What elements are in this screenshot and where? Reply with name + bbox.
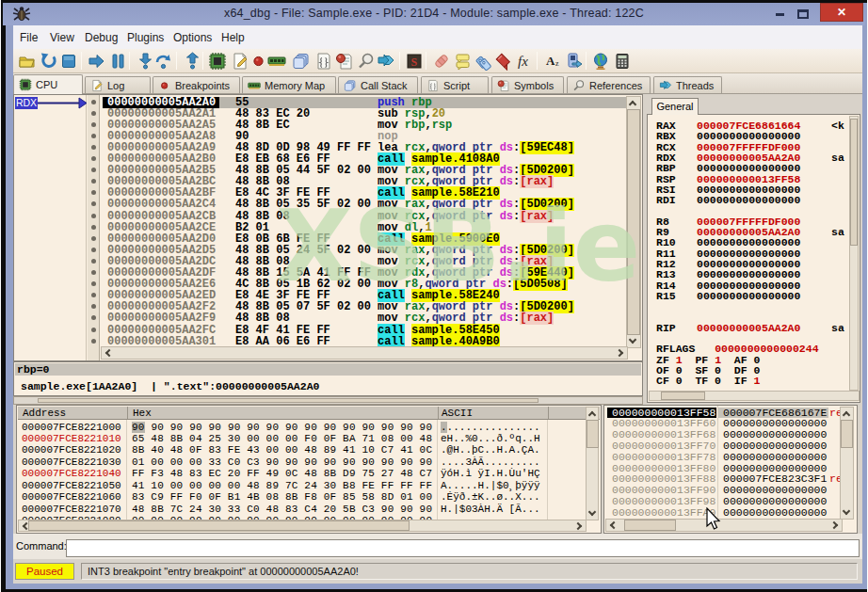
toolbar-shellcode-button[interactable]: S [405, 52, 424, 71]
breakpoint-dot[interactable] [91, 259, 96, 264]
scroll-down-button[interactable] [841, 506, 853, 519]
menu-options[interactable]: Options [173, 31, 212, 44]
dump-vscrollbar[interactable] [586, 407, 599, 520]
breakpoint-dot[interactable] [91, 225, 96, 230]
registers-pane[interactable]: RAX000007FCE6861664<kRBX0000000000000000… [647, 114, 860, 403]
breakpoint-dot[interactable] [91, 214, 96, 218]
toolbar-ascii-button[interactable]: Az [543, 52, 562, 71]
toolbar-log-button[interactable] [231, 52, 249, 71]
toolbar-cpu-chip-button[interactable] [208, 52, 227, 71]
toolbar-call-stack-button[interactable] [292, 52, 311, 71]
disasm-row[interactable]: 00000000005AA2CEB2 01mov dl,1 [101, 222, 628, 233]
breakpoint-column[interactable] [88, 95, 100, 360]
disasm-row[interactable]: 00000000005AA2C448 8B 05 35 5F 02 00mov … [101, 199, 628, 210]
stack-row[interactable]: 000000000013FF980000000000000000 [604, 496, 841, 507]
scroll-down-button[interactable] [587, 507, 599, 520]
dump-row[interactable]: 000007FCE822106083 C9 FF F0 0F B1 4B 08 … [17, 491, 586, 503]
toolbar-function-button[interactable]: fx [516, 52, 535, 71]
toolbar-restart-button[interactable] [40, 52, 58, 71]
menu-help[interactable]: Help [221, 31, 245, 44]
register-row-r11[interactable]: R110000000000000000 [656, 248, 850, 259]
disasm-row[interactable]: 00000000005AA2A055push rbp [101, 97, 628, 108]
disasm-row[interactable]: 00000000005AA2F948 8B 08mov rcx,qword pt… [101, 312, 628, 324]
breakpoint-dot[interactable] [91, 201, 96, 206]
stack-hscrollbar[interactable] [605, 519, 843, 532]
dump-hscrollbar[interactable] [18, 520, 587, 532]
scroll-thumb[interactable] [627, 109, 640, 335]
breakpoint-dot[interactable] [91, 304, 96, 309]
disassembly-pane[interactable]: 00000000005AA2A055push rbp00000000005AA2… [13, 94, 643, 361]
dump-row[interactable]: 000007FCE8221040FF F3 48 83 EC 20 FF 49 … [17, 468, 586, 479]
disasm-row[interactable]: 00000000005AA2CB48 8B 08mov rcx,qword pt… [101, 211, 628, 222]
scroll-left-button[interactable] [102, 347, 114, 359]
toolbar-run-button[interactable] [88, 52, 106, 71]
breakpoint-dot[interactable] [91, 179, 96, 184]
breakpoint-dot[interactable] [91, 328, 96, 332]
dump-row[interactable]: 000007FCE822101065 48 8B 04 25 30 00 00 … [17, 433, 586, 444]
toolbar-memory-map-button[interactable] [267, 52, 286, 71]
minimize-button[interactable] [776, 13, 784, 16]
tab-general[interactable]: General [651, 98, 699, 115]
toolbar-labels-button[interactable] [474, 52, 493, 71]
stack-row[interactable]: 000000000013FF700000000000000000 [604, 440, 841, 452]
tab-breakpoints[interactable]: Breakpoints [153, 76, 240, 94]
tab-call-stack[interactable]: Call Stack [338, 76, 418, 94]
register-row-rsp[interactable]: RSP000000000013FF58 [656, 174, 850, 184]
disasm-vscrollbar[interactable] [626, 96, 641, 348]
breakpoint-dot[interactable] [91, 134, 96, 138]
flags-row[interactable]: ZF 1 PF 1 AF 0 [656, 355, 850, 365]
breakpoint-dot[interactable] [91, 111, 96, 116]
command-input[interactable] [66, 539, 860, 557]
register-row-rflags[interactable]: RFLAGS 0000000000000244 [656, 344, 850, 354]
tab-references[interactable]: References [567, 76, 651, 94]
dump-rows[interactable]: 000007FCE822100090 90 90 90 90 90 90 90 … [17, 421, 586, 520]
scroll-thumb[interactable] [587, 420, 599, 448]
stack-row[interactable]: 000000000013FFA00000000000000000 [604, 507, 841, 519]
toolbar-patch-button[interactable] [432, 52, 451, 71]
register-row-r12[interactable]: R120000000000000000 [656, 259, 850, 269]
toolbar-attach-button[interactable] [565, 52, 584, 71]
tab-cpu[interactable]: CPU [13, 74, 83, 94]
toolbar-references-button[interactable] [377, 52, 395, 71]
close-button[interactable]: ✕ [820, 3, 863, 22]
menu-view[interactable]: View [50, 31, 74, 44]
scroll-left-button[interactable] [606, 520, 619, 531]
register-row-rcx[interactable]: RCX000007FFFFFDF000 [656, 142, 850, 152]
dump-pane[interactable]: Address Hex ASCII 000007FCE822100090 90 … [16, 405, 602, 534]
dump-row[interactable]: 000007FCE822103001 00 00 00 33 C0 C3 90 … [17, 456, 586, 468]
flags-row[interactable]: OF 0 SF 0 DF 0 [656, 365, 850, 376]
toolbar-step-into-button[interactable] [137, 52, 155, 71]
register-row-r8[interactable]: R8000007FFFFFDF000 [656, 216, 850, 227]
disasm-rows[interactable]: 00000000005AA2A055push rbp00000000005AA2… [101, 95, 628, 347]
scroll-thumb[interactable] [28, 520, 410, 531]
dump-row[interactable]: 000007FCE822100090 90 90 90 90 90 90 90 … [17, 422, 586, 433]
disasm-row[interactable]: 00000000005AA2A548 8B ECmov rbp,rsp [101, 120, 628, 131]
scroll-thumb[interactable] [850, 119, 858, 246]
toolbar-calculator-button[interactable] [613, 52, 632, 71]
disasm-row[interactable]: 00000000005AA301E8 AA 06 E6 FFcall sampl… [101, 336, 628, 347]
scroll-thumb[interactable] [661, 392, 705, 400]
breakpoint-dot[interactable] [91, 248, 96, 252]
breakpoint-dot[interactable] [91, 168, 96, 172]
tab-threads[interactable]: Threads [653, 76, 722, 94]
registers-rows[interactable]: RAX000007FCE6861664<kRBX0000000000000000… [648, 120, 850, 391]
stack-vscrollbar[interactable] [840, 407, 854, 520]
breakpoint-dot[interactable] [91, 122, 96, 127]
stack-rows[interactable]: 000000000013FF58000007FCE686167Ere000000… [604, 407, 841, 520]
scroll-right-button[interactable] [573, 520, 586, 531]
breakpoint-dot[interactable] [91, 293, 96, 297]
menu-plugins[interactable]: Plugins [127, 31, 164, 44]
toolbar-stop-button[interactable] [59, 52, 78, 71]
toolbar-step-over-button[interactable] [154, 52, 173, 71]
disasm-row[interactable]: 00000000005AA2A148 83 EC 20sub rsp,20 [101, 108, 628, 120]
toolbar-globe-button[interactable] [591, 52, 610, 71]
register-row-rdx[interactable]: RDX00000000005AA2A0sa [656, 152, 850, 163]
stack-row[interactable]: 000000000013FF780000000000000000 [604, 452, 841, 463]
toolbar-step-out-button[interactable] [184, 52, 202, 71]
toolbar-symbols-button[interactable] [335, 52, 354, 71]
scroll-up-button[interactable] [587, 408, 599, 420]
registers-hscrollbar[interactable] [649, 391, 860, 401]
register-row-rdi[interactable]: RDI0000000000000000 [656, 195, 850, 205]
register-row-rip[interactable]: RIP00000000005AA2A0sa [656, 323, 850, 333]
scroll-thumb[interactable] [38, 398, 538, 403]
